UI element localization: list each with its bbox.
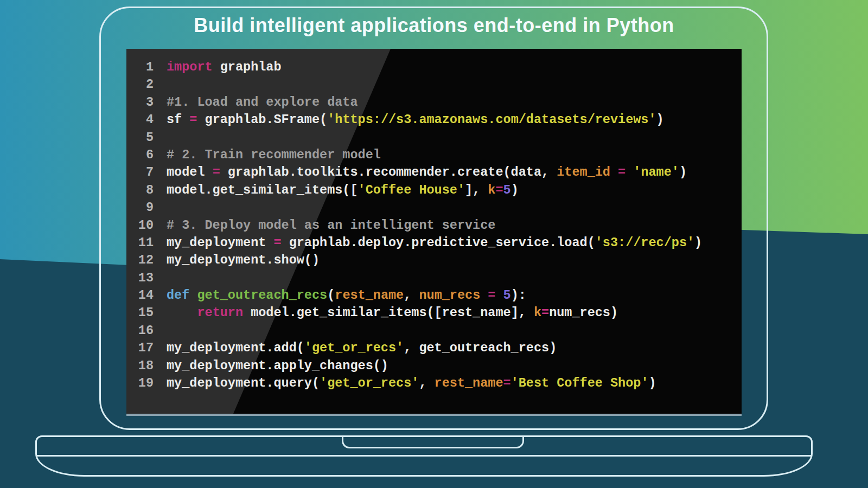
code-token — [626, 165, 633, 179]
line-number: 18 — [126, 357, 154, 375]
code-token: return — [197, 305, 243, 320]
code-line: 6# 2. Train recommender model — [126, 146, 742, 164]
code-token: my_deployment.apply_changes() — [167, 358, 388, 373]
code-token: 5 — [503, 288, 511, 303]
code-line: 8model.get_similar_items(['Coffee House'… — [126, 182, 742, 199]
code-token: my_deployment.query( — [167, 376, 320, 390]
code-token: my_deployment.add( — [167, 341, 304, 355]
line-number: 3 — [126, 94, 154, 111]
code-token: 'Best Coffee Shop' — [511, 376, 649, 390]
code-token: 'get_or_recs' — [320, 376, 419, 390]
code-token: = — [618, 165, 626, 179]
code-token — [480, 288, 488, 303]
code-line: 10# 3. Deploy model as an intelligent se… — [126, 217, 742, 234]
code-token: = — [213, 165, 220, 179]
line-number: 11 — [126, 234, 154, 252]
code-line: 12my_deployment.show() — [126, 252, 742, 269]
code-token: = — [541, 305, 549, 320]
line-number: 17 — [126, 339, 154, 357]
code-token: rest_name — [435, 376, 503, 390]
line-number: 16 — [126, 322, 154, 339]
code-line: 19my_deployment.query('get_or_recs', res… — [126, 375, 742, 392]
promo-banner: Build intelligent applications end-to-en… — [0, 0, 868, 488]
line-number: 8 — [126, 182, 154, 199]
code-editor-screen: 1import graphlab23#1. Load and explore d… — [126, 49, 742, 416]
code-token: ) — [694, 235, 702, 250]
code-token: rest_name — [335, 288, 404, 303]
line-number: 1 — [126, 59, 154, 76]
code-token: graphlab.SFrame( — [197, 112, 327, 127]
line-number: 4 — [126, 111, 154, 129]
code-token: my_deployment — [167, 235, 273, 250]
laptop-base-divider — [36, 455, 812, 457]
code-token: = — [488, 288, 495, 303]
code-token: , — [419, 376, 434, 390]
code-token: k — [534, 305, 541, 320]
line-number: 13 — [126, 269, 154, 287]
code-token: graphlab.toolkits.recommender.create(dat… — [220, 165, 557, 179]
code-line: 18my_deployment.apply_changes() — [126, 357, 742, 375]
line-number: 9 — [126, 199, 154, 216]
code-token: get_outreach_recs — [197, 288, 327, 303]
code-token — [189, 288, 197, 303]
line-number: 6 — [126, 146, 154, 164]
line-number: 5 — [126, 129, 154, 146]
code-token: ) — [648, 376, 656, 390]
code-token: 5 — [503, 183, 511, 197]
code-token: model.get_similar_items([ — [167, 183, 358, 197]
code-line: 5 — [126, 129, 742, 146]
code-token: k — [488, 183, 495, 197]
code-token: my_deployment.show() — [167, 253, 320, 267]
line-number: 19 — [126, 375, 154, 392]
code-token: , get_outreach_recs) — [404, 341, 557, 355]
code-token: 's3://rec/ps' — [595, 235, 694, 250]
code-token: , — [404, 288, 419, 303]
line-number: 14 — [126, 287, 154, 304]
code-token: #1. Load and explore data — [167, 95, 358, 110]
code-token: # 3. Deploy model as an intelligent serv… — [167, 218, 495, 233]
code-token: 'name' — [633, 165, 679, 179]
code-token: = — [503, 376, 511, 390]
code-editor: 1import graphlab23#1. Load and explore d… — [126, 59, 742, 392]
code-line: 17my_deployment.add('get_or_recs', get_o… — [126, 339, 742, 357]
code-token: # 2. Train recommender model — [167, 147, 381, 162]
code-line: 11my_deployment = graphlab.deploy.predic… — [126, 234, 742, 252]
code-token: ) — [656, 112, 664, 127]
line-number: 2 — [126, 76, 154, 93]
code-token: = — [189, 112, 197, 127]
code-token: ) — [511, 183, 519, 197]
code-token: 'get_or_recs' — [304, 341, 404, 355]
code-token: model.get_similar_items([rest_name], — [243, 305, 534, 320]
code-line: 2 — [126, 76, 742, 93]
code-token — [167, 305, 197, 320]
code-token: model — [167, 165, 213, 179]
code-token: def — [167, 288, 189, 303]
code-line: 1import graphlab — [126, 59, 742, 76]
code-token: sf — [167, 112, 189, 127]
code-token: ) — [679, 165, 687, 179]
code-token: = — [495, 183, 503, 197]
code-line: 15 return model.get_similar_items([rest_… — [126, 304, 742, 322]
code-token: graphlab — [213, 60, 282, 74]
code-token: ], — [465, 183, 488, 197]
code-line: 9 — [126, 199, 742, 216]
code-token: item_id — [557, 165, 610, 179]
code-token: 'Coffee House' — [358, 183, 465, 197]
code-line: 4sf = graphlab.SFrame('https://s3.amazon… — [126, 111, 742, 129]
line-number: 7 — [126, 164, 154, 181]
code-line: 16 — [126, 322, 742, 339]
code-token: ( — [327, 288, 335, 303]
code-token: ): — [511, 288, 526, 303]
laptop-latch-notch — [342, 437, 524, 448]
code-token: = — [273, 235, 281, 250]
code-token: graphlab.deploy.predictive_service.load( — [282, 235, 595, 250]
code-token: import — [167, 60, 213, 74]
code-token: 'https://s3.amazonaws.com/datasets/revie… — [327, 112, 656, 127]
code-token: num_recs) — [549, 305, 618, 320]
code-line: 14def get_outreach_recs(rest_name, num_r… — [126, 287, 742, 304]
code-token: num_recs — [419, 288, 480, 303]
line-number: 10 — [126, 217, 154, 234]
code-line: 13 — [126, 269, 742, 287]
code-line: 3#1. Load and explore data — [126, 94, 742, 111]
line-number: 15 — [126, 304, 154, 322]
